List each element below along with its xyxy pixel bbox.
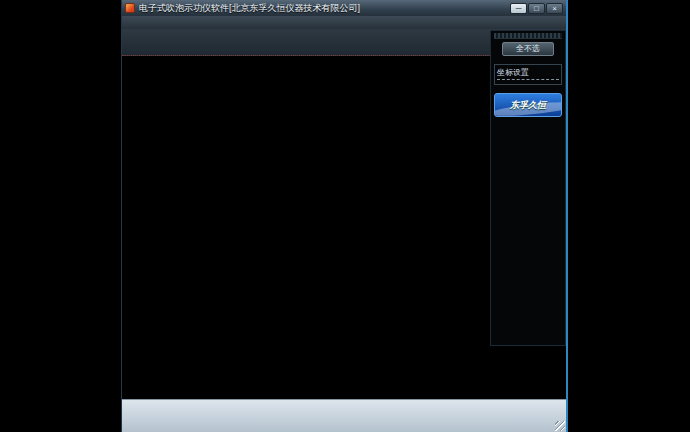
statusbar — [122, 399, 566, 432]
window-title: 电子式吹泡示功仪软件[北京东孚久恒仪器技术有限公司] — [139, 2, 506, 15]
desktop: 电子式吹泡示功仪软件[北京东孚久恒仪器技术有限公司] ─ □ × 全不选 坐标设… — [0, 0, 690, 432]
axis-settings-box: 坐标设置 — [494, 64, 562, 85]
select-none-button[interactable]: 全不选 — [502, 42, 554, 56]
panel-grip[interactable] — [494, 33, 562, 39]
close-button[interactable]: × — [546, 3, 563, 14]
status-row-results — [124, 401, 564, 416]
resize-grip[interactable] — [555, 421, 565, 431]
window-controls: ─ □ × — [510, 3, 563, 14]
axis-settings-title: 坐标设置 — [497, 67, 559, 80]
logo-text: 东孚久恒 — [510, 99, 546, 112]
titlebar[interactable]: 电子式吹泡示功仪软件[北京东孚久恒仪器技术有限公司] ─ □ × — [122, 0, 566, 16]
curve-panel: 全不选 坐标设置 东孚久恒 — [490, 30, 566, 346]
status-row-file — [124, 417, 564, 432]
app-window: 电子式吹泡示功仪软件[北京东孚久恒仪器技术有限公司] ─ □ × 全不选 坐标设… — [121, 0, 568, 432]
maximize-button[interactable]: □ — [528, 3, 545, 14]
minimize-button[interactable]: ─ — [510, 3, 527, 14]
chart-region — [122, 57, 490, 399]
chart-canvas[interactable] — [122, 57, 490, 399]
app-icon — [125, 3, 135, 13]
company-logo: 东孚久恒 — [494, 93, 562, 117]
menubar — [122, 16, 566, 29]
